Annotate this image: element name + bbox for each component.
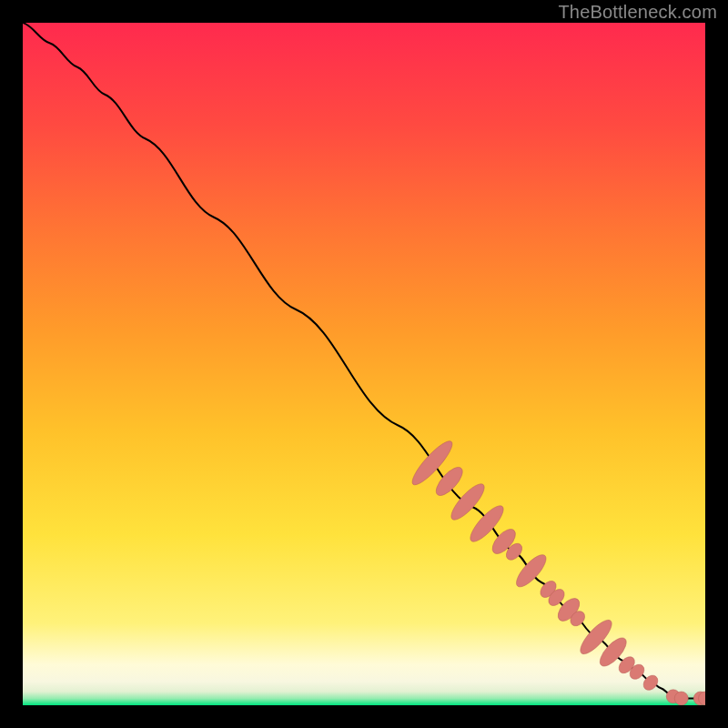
stage: TheBottleneck.com [0, 0, 728, 728]
attribution-text: TheBottleneck.com [558, 2, 717, 23]
gradient-background [23, 23, 705, 705]
data-marker [674, 692, 688, 705]
chart-svg [23, 23, 705, 705]
plot-area [23, 23, 705, 705]
